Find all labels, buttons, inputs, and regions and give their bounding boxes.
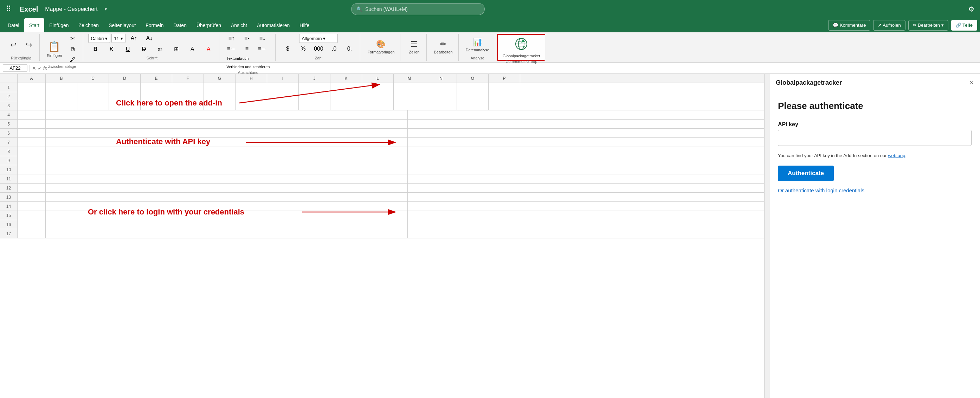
cell-O2[interactable] — [457, 92, 488, 101]
cell-I1[interactable] — [267, 83, 299, 92]
font-family-selector[interactable]: Calibri ▾ — [88, 34, 110, 43]
cell-wide-8[interactable] — [46, 147, 408, 156]
wrap-text-button[interactable]: Textumbruch — [224, 55, 251, 62]
redo-button[interactable]: ↪ — [22, 39, 36, 51]
undo-button[interactable]: ↩ — [6, 39, 21, 51]
aufholen-button[interactable]: ↗ Aufholen — [873, 20, 905, 30]
cell-P3[interactable] — [488, 101, 520, 110]
cell-wide-12[interactable] — [46, 183, 408, 192]
tab-ansicht[interactable]: Ansicht — [226, 18, 252, 32]
cell-N3[interactable] — [425, 101, 457, 110]
col-header-C[interactable]: C — [77, 74, 109, 83]
formula-confirm-icon[interactable]: ✓ — [38, 65, 42, 71]
cell-N1[interactable] — [425, 83, 457, 92]
cell-B2[interactable] — [46, 92, 77, 101]
formula-insert-function-icon[interactable]: fx — [43, 65, 47, 71]
cell-F3[interactable] — [172, 101, 204, 110]
cell-J2[interactable] — [299, 92, 331, 101]
align-middle-button[interactable]: ≡- — [240, 34, 254, 43]
cell-H2[interactable] — [235, 92, 267, 101]
font-size-selector[interactable]: 11 ▾ — [111, 34, 125, 43]
cell-J1[interactable] — [299, 83, 331, 92]
cell-C1[interactable] — [77, 83, 109, 92]
cell-G1[interactable] — [204, 83, 235, 92]
cell-A13[interactable] — [18, 193, 46, 201]
cell-A4[interactable] — [18, 110, 46, 119]
cell-F2[interactable] — [172, 92, 204, 101]
cell-O3[interactable] — [457, 101, 488, 110]
cell-K1[interactable] — [331, 83, 362, 92]
editing-button[interactable]: ✏ Bearbeiten — [432, 38, 455, 56]
cell-P2[interactable] — [488, 92, 520, 101]
col-header-E[interactable]: E — [141, 74, 172, 83]
cell-B4-wide[interactable] — [46, 110, 408, 119]
cell-L2[interactable] — [362, 92, 394, 101]
cell-M3[interactable] — [394, 101, 425, 110]
cells-button[interactable]: ☰ Zellen — [405, 38, 423, 56]
col-header-G[interactable]: G — [204, 74, 235, 83]
thousands-button[interactable]: 000 — [312, 44, 326, 53]
col-header-D[interactable]: D — [109, 74, 141, 83]
percent-button[interactable]: % — [296, 44, 310, 53]
strikethrough-button[interactable]: D — [137, 45, 151, 54]
bearbeiten-button[interactable]: ✏ Bearbeiten ▾ — [908, 20, 948, 30]
cell-wide-15[interactable] — [46, 211, 408, 220]
font-increase-button[interactable]: A↑ — [127, 34, 141, 43]
cell-I3[interactable] — [267, 101, 299, 110]
cell-E1[interactable] — [141, 83, 172, 92]
cell-wide-5[interactable] — [46, 119, 408, 128]
cell-A5[interactable] — [18, 119, 46, 128]
cell-A3[interactable] — [18, 101, 46, 110]
italic-button[interactable]: K — [104, 45, 118, 54]
tab-daten[interactable]: Daten — [169, 18, 192, 32]
tab-seitenlayout[interactable]: Seitenlayout — [104, 18, 141, 32]
cell-A7[interactable] — [18, 138, 46, 146]
tab-automatisieren[interactable]: Automatisieren — [252, 18, 294, 32]
cell-wide-11[interactable] — [46, 174, 408, 183]
teilen-button[interactable]: 🔗 Teile — [951, 20, 977, 30]
cell-wide-13[interactable] — [46, 193, 408, 201]
formula-cancel-icon[interactable]: ✕ — [32, 65, 36, 71]
cell-A16[interactable] — [18, 220, 46, 229]
cell-P1[interactable] — [488, 83, 520, 92]
close-panel-button[interactable]: × — [969, 79, 974, 87]
cell-K3[interactable] — [331, 101, 362, 110]
col-header-B[interactable]: B — [46, 74, 77, 83]
cell-N2[interactable] — [425, 92, 457, 101]
number-format-selector[interactable]: Allgemein ▾ — [299, 34, 338, 43]
cell-O1[interactable] — [457, 83, 488, 92]
cell-A11[interactable] — [18, 174, 46, 183]
cell-A2[interactable] — [18, 92, 46, 101]
cell-B1[interactable] — [46, 83, 77, 92]
align-left-button[interactable]: ≡← — [224, 44, 238, 53]
format-painter-button[interactable]: 🖌 — [65, 55, 80, 64]
kommentare-button[interactable]: 💬 Kommentare — [828, 20, 870, 30]
tab-ueberpruefen[interactable]: Überprüfen — [192, 18, 226, 32]
cell-L1[interactable] — [362, 83, 394, 92]
col-header-P[interactable]: P — [488, 74, 520, 83]
font-color-button[interactable]: A — [201, 45, 215, 54]
cell-F1[interactable] — [172, 83, 204, 92]
cell-reference[interactable]: AF22 — [3, 64, 27, 72]
tab-zeichnen[interactable]: Zeichnen — [74, 18, 104, 32]
settings-icon[interactable]: ⚙ — [968, 5, 974, 13]
decimal-dec-button[interactable]: 0. — [342, 44, 356, 53]
or-authenticate-link[interactable]: Or authenticate with login credentials — [778, 188, 972, 193]
col-header-O[interactable]: O — [457, 74, 488, 83]
cell-A14[interactable] — [18, 202, 46, 210]
data-analysis-button[interactable]: 📊 Datenanalyse — [464, 36, 492, 53]
vertical-scrollbar[interactable] — [764, 74, 769, 398]
col-header-I[interactable]: I — [267, 74, 299, 83]
cell-J3[interactable] — [299, 101, 331, 110]
cell-wide-10[interactable] — [46, 165, 408, 174]
col-header-J[interactable]: J — [299, 74, 331, 83]
cell-A8[interactable] — [18, 147, 46, 156]
waffle-icon[interactable]: ⠿ — [6, 5, 11, 14]
cell-D3[interactable] — [109, 101, 141, 110]
globalpackagetracker-button[interactable]: Globalpackagetracker — [501, 36, 542, 59]
cell-C2[interactable] — [77, 92, 109, 101]
merge-center-button[interactable]: Verbinden und zentrieren — [224, 63, 272, 70]
api-key-input[interactable] — [778, 130, 972, 146]
cell-H1[interactable] — [235, 83, 267, 92]
col-header-N[interactable]: N — [425, 74, 457, 83]
